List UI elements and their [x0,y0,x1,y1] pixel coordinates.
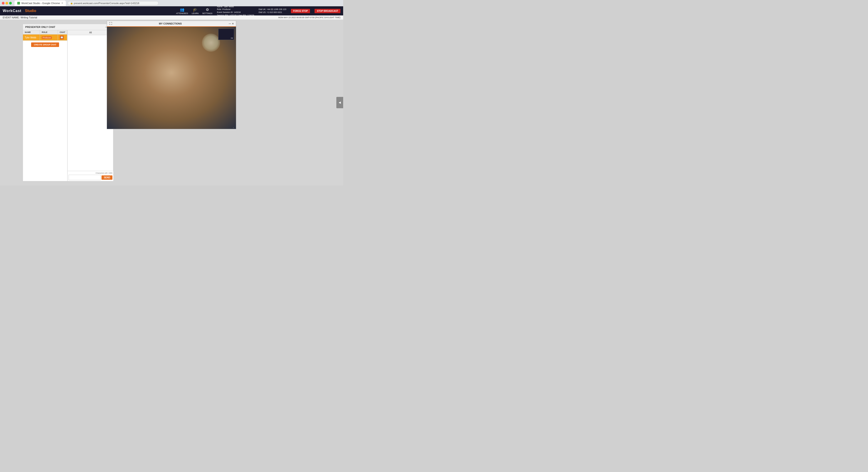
presenter-chat-title: PRESENTER ONLY CHAT [25,26,55,28]
force-stop-button[interactable]: FORCE STOP [291,9,310,13]
minimize-button[interactable] [5,2,8,4]
logo-studio: Studio [25,9,36,13]
chat-section: All Characters left: 1000 SEND [67,30,113,181]
chat-input-row: SEND [69,175,113,180]
create-group-chat-button[interactable]: CREATE GROUP CHAT [31,42,59,47]
presenter-chat-panel: PRESENTER ONLY CHAT — ✕ NAME ROLE CHAT [23,24,114,181]
chat-text-input[interactable] [69,175,101,180]
row-chat-icon[interactable]: 💬 [58,34,67,41]
dial-us: Dial US: +1 610 600 6321 [259,11,286,14]
tab-all[interactable]: All [87,31,94,34]
dial-uk: Dial UK: +44 (0) 1295 235 123 [259,8,286,11]
logo-workcast: WorkCast [3,9,21,13]
header-right-section: 👥 ATTENDEES 🎓 LEARN ⚙ SETTINGS Name: Tyl… [176,5,340,16]
tab-label: WorkCast Studio - Google Chrome [21,2,60,4]
logo-separator: · [23,9,23,12]
browser-tab[interactable]: WorkCast Studio - Google Chrome ✕ [14,0,66,6]
role-badge: Producer [42,36,52,39]
learn-icon: 🎓 [193,7,197,12]
header-dial: Dial UK: +44 (0) 1295 235 123 Dial US: +… [259,8,286,13]
main-content: PRESENTER ONLY CHAT — ✕ NAME ROLE CHAT [0,20,343,186]
nav-attendees[interactable]: 👥 ATTENDEES [176,7,188,14]
logo-area: WorkCast · Studio [3,9,36,13]
resize-handle[interactable]: ⌟ [233,126,236,129]
connections-panel: ⛶ MY CONNECTIONS — ✕ me ⌟ [107,21,236,129]
connections-header-btns: — ✕ [229,23,234,25]
right-arrow-panel[interactable]: ◄ [336,97,343,108]
maximize-button[interactable] [9,2,12,4]
lamp-overlay [202,34,220,52]
header-nav: 👥 ATTENDEES 🎓 LEARN ⚙ SETTINGS [176,7,212,14]
close-connections-icon[interactable]: ✕ [232,23,234,25]
thumbnail-name: me [231,37,233,39]
chars-left-label: Characters left: 1000 [69,172,113,174]
chat-messages-area[interactable] [68,35,113,171]
lock-icon: 🔒 [70,2,73,4]
chat-tabs: All [68,30,113,35]
row-role: Producer [40,34,58,41]
close-button[interactable] [2,2,4,4]
table-row: Tyler Webb Producer 💬 [23,34,67,41]
address-bar[interactable]: 🔒 present.workcast.com/PresenterConsole.… [68,1,158,5]
presenter-chat-header: PRESENTER ONLY CHAT — ✕ [23,24,113,30]
col-chat: CHAT [58,30,67,34]
expand-icon[interactable]: ⛶ [109,22,112,25]
event-label: EVENT NAME: [3,16,20,19]
attendees-icon: 👥 [180,7,184,12]
nav-learn[interactable]: 🎓 LEARN [192,7,198,14]
connections-title: MY CONNECTIONS [159,22,182,25]
send-button[interactable]: SEND [101,175,113,180]
chat-input-area: Characters left: 1000 SEND [68,171,113,181]
session-pin: Session PIN: 143218 | User PIN: 119429 [217,14,254,17]
names-section: NAME ROLE CHAT Tyler Webb Producer [23,30,67,181]
nav-settings[interactable]: ⚙ SETTINGS [202,7,212,14]
event-datetime: MON MAY 23 2022 00:00:00 GMT-0700 (PACIF… [278,16,340,19]
connections-header: ⛶ MY CONNECTIONS — ✕ [107,21,236,27]
settings-icon: ⚙ [206,7,209,12]
thumbnail-overlay: me [218,29,234,40]
minimize-connections-icon[interactable]: — [229,23,231,25]
nav-attendees-label: ATTENDEES [176,12,188,14]
nav-settings-label: SETTINGS [202,12,212,14]
window-controls [2,2,12,4]
event-session: Event Session ID: 143218 [217,11,254,14]
col-name: NAME [23,30,40,34]
user-name: Name: Tyler Webb [217,5,254,8]
app-header: WorkCast · Studio 👥 ATTENDEES 🎓 LEARN ⚙ … [0,6,343,15]
nav-learn-label: LEARN [192,12,198,14]
left-table-area: NAME ROLE CHAT Tyler Webb Producer [23,30,113,181]
event-name: Writing Tutorial [21,16,37,19]
video-area: me ⌟ [107,27,236,129]
col-role: ROLE [40,30,58,34]
url-text: present.workcast.com/PresenterConsole.as… [74,2,139,4]
row-name: Tyler Webb [23,34,40,41]
stop-broadcast-button[interactable]: STOP BROADCAST [314,9,340,13]
chat-table: NAME ROLE CHAT Tyler Webb Producer [23,30,67,41]
tab-close-icon[interactable]: ✕ [61,2,63,4]
user-role: Role: Producer [217,8,254,11]
header-user-info: Name: Tyler Webb Role: Producer Event Se… [217,5,254,16]
chat-icon[interactable]: 💬 [60,35,64,39]
right-arrow-icon: ◄ [338,101,342,105]
favicon-icon [17,2,20,4]
